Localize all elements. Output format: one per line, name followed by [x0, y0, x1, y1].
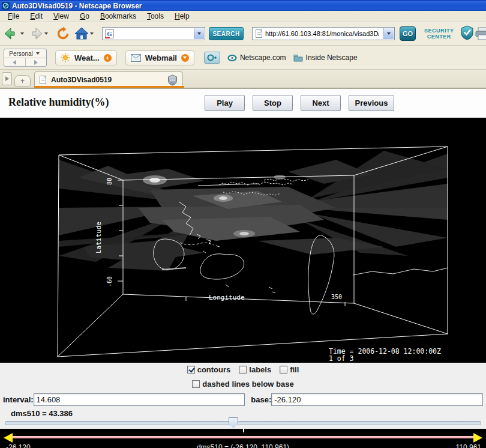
active-tab-underline: [34, 86, 184, 88]
lon-tick-label: 350: [331, 294, 342, 300]
webmail-badge-icon[interactable]: [181, 54, 189, 62]
reload-button[interactable]: [55, 26, 71, 41]
labels-checkbox[interactable]: labels: [239, 365, 271, 374]
checkbox-icon: [192, 380, 200, 388]
tab-title: Auto3DVisad0519: [51, 76, 167, 84]
search-button[interactable]: SEARCH: [209, 27, 244, 40]
envelope-icon: [131, 54, 141, 62]
slider-track[interactable]: [5, 421, 481, 425]
shield-check-icon: [460, 25, 474, 40]
contour-control-panel: contours labels fill dashed lines below …: [0, 363, 486, 448]
personal-dropdown-caret[interactable]: [36, 52, 40, 55]
sun-icon: [61, 53, 70, 62]
page-title: Relative humidity(%): [8, 96, 109, 109]
range-slider-widget[interactable]: -26.120 dms510 = (-26.120, 110.961) 110.…: [0, 429, 486, 448]
dms510-slider[interactable]: [5, 417, 481, 429]
search-engine-combo[interactable]: G: [102, 27, 205, 40]
netscape-app-icon: [2, 2, 10, 10]
forward-dropdown-caret[interactable]: [44, 32, 48, 35]
url-dropdown[interactable]: [383, 28, 394, 39]
url-bar[interactable]: http://61.60.103.48:81/monica/visad3D/20…: [252, 27, 395, 40]
menu-file[interactable]: File: [2, 11, 25, 21]
fill-checkbox[interactable]: fill: [280, 365, 299, 374]
personal-next-button[interactable]: [25, 58, 47, 67]
back-button[interactable]: [4, 27, 26, 40]
weather-badge-icon[interactable]: +: [104, 54, 112, 62]
tab-list-button[interactable]: [2, 72, 12, 85]
play-button[interactable]: Play: [205, 95, 245, 111]
range-center-tick: [243, 429, 244, 432]
isosurface-blobs: [59, 151, 448, 271]
base-label: base:: [251, 395, 271, 404]
security-center-label[interactable]: SECURITY CENTER: [424, 28, 454, 40]
search-combo-dropdown[interactable]: [194, 28, 204, 39]
dashed-lines-checkbox[interactable]: dashed lines below base: [192, 380, 293, 389]
page-icon: [256, 29, 262, 38]
tab-page-icon: [40, 76, 46, 84]
checkbox-icon: [239, 366, 247, 374]
range-max-arrow-icon[interactable]: [473, 433, 482, 443]
menu-view[interactable]: View: [48, 11, 74, 21]
title-bar: Auto3DVisad0519 - Netscape Browser: [0, 0, 486, 11]
right-arrow-icon: [34, 60, 38, 65]
menu-tools[interactable]: Tools: [142, 11, 169, 21]
lat-tick-top-label: 80: [106, 178, 113, 185]
checkbox-icon: [187, 366, 195, 374]
new-tab-button[interactable]: +: [14, 75, 31, 86]
menu-bar: File Edit View Go Bookmarks Tools Help: [0, 11, 486, 22]
viz-3d-scene: 80 -60 Latitude 350 Longitude Time = 200…: [0, 118, 486, 363]
print-button[interactable]: [475, 27, 486, 43]
checkbox-row: contours labels fill: [0, 365, 486, 374]
interval-label: interval:: [3, 395, 34, 404]
netscape-com-link[interactable]: Netscape.com: [227, 53, 286, 62]
forward-button[interactable]: [28, 27, 50, 40]
inside-netscape-link[interactable]: Inside Netscape: [293, 53, 358, 62]
netscape-logo-icon: [227, 54, 237, 62]
home-dropdown-caret[interactable]: [90, 32, 94, 35]
netscape-ring-plus-icon: [206, 53, 217, 62]
stop-button[interactable]: Stop: [253, 95, 293, 111]
visualization-canvas[interactable]: 80 -60 Latitude 350 Longitude Time = 200…: [0, 118, 486, 363]
personal-toolbar: Personal Weat... + Webmail: [0, 46, 486, 70]
tab-shield-icon[interactable]: [167, 74, 178, 86]
frame-label: 1 of 3: [329, 354, 354, 363]
interval-field[interactable]: [34, 393, 245, 406]
reload-icon: [55, 26, 71, 41]
forward-arrow-icon: [28, 27, 43, 40]
menu-help[interactable]: Help: [169, 11, 195, 21]
contours-checkbox[interactable]: contours: [187, 365, 231, 374]
y-axis-label: Latitude: [95, 222, 103, 253]
home-button[interactable]: [74, 27, 96, 40]
tab-active[interactable]: Auto3DVisad0519: [34, 71, 183, 88]
menu-edit[interactable]: Edit: [25, 11, 48, 21]
page-header: Relative humidity(%) Play Stop Next Prev…: [0, 89, 486, 118]
personal-prev-button[interactable]: [4, 58, 25, 67]
menu-bookmarks[interactable]: Bookmarks: [95, 11, 142, 21]
range-min-arrow-icon[interactable]: [4, 433, 13, 443]
netscape-mini-button[interactable]: [204, 52, 220, 64]
previous-button[interactable]: Previous: [349, 95, 394, 111]
range-max-label: 110.961: [456, 443, 482, 448]
folder-icon: [293, 54, 303, 62]
go-button[interactable]: GO: [400, 26, 416, 41]
weather-button[interactable]: Weat... +: [55, 50, 117, 65]
url-text[interactable]: http://61.60.103.48:81/monica/visad3D/20…: [265, 30, 379, 37]
base-field[interactable]: [271, 393, 483, 406]
browser-window: Auto3DVisad0519 - Netscape Browser File …: [0, 0, 486, 448]
back-arrow-icon: [4, 27, 19, 40]
next-button[interactable]: Next: [301, 95, 341, 111]
slider-thumb[interactable]: [229, 417, 238, 428]
security-shield-button[interactable]: [460, 25, 474, 43]
range-selection-line[interactable]: [12, 437, 474, 438]
personal-folder-control[interactable]: Personal: [4, 49, 47, 67]
personal-label: Personal: [9, 50, 32, 57]
home-icon: [74, 27, 89, 40]
interval-base-row: interval: base:: [0, 392, 486, 407]
webmail-button[interactable]: Webmail: [125, 50, 194, 65]
printer-icon: [475, 27, 486, 40]
navigation-toolbar: G SEARCH http://61.60.103.48:81/monica/v…: [0, 22, 486, 46]
menu-go[interactable]: Go: [74, 11, 95, 21]
down-caret-icon: [183, 56, 187, 59]
back-dropdown-caret[interactable]: [20, 32, 24, 35]
checkbox-icon: [280, 366, 287, 374]
